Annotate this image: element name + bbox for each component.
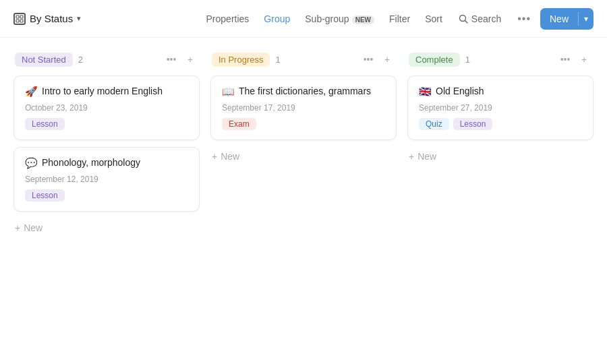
more-options-button[interactable]: •••: [511, 9, 538, 28]
col-add-btn-complete[interactable]: +: [576, 51, 592, 67]
add-new-not-started[interactable]: +New: [13, 220, 200, 236]
tag-quiz: Quiz: [419, 118, 449, 130]
card-title-text: The first dictionaries, grammars: [239, 86, 371, 96]
col-actions-not-started: •••+: [163, 51, 198, 67]
card-card-4[interactable]: 🇬🇧Old EnglishSeptember 27, 2019QuizLesso…: [407, 75, 594, 140]
new-button[interactable]: New: [540, 8, 578, 30]
card-card-2[interactable]: 💬Phonology, morphologySeptember 12, 2019…: [13, 147, 200, 212]
search-button[interactable]: Search: [452, 10, 508, 28]
card-title: 🇬🇧Old English: [419, 86, 582, 98]
tag-exam: Exam: [222, 118, 256, 130]
col-more-btn-complete[interactable]: •••: [557, 51, 573, 67]
col-actions-complete: •••+: [557, 51, 592, 67]
subgroup-badge: NEW: [352, 16, 374, 24]
card-date: September 27, 2019: [419, 103, 582, 113]
plus-icon: +: [15, 222, 20, 233]
toolbar-nav: Properties Group Sub-groupNEW Filter Sor…: [200, 10, 449, 28]
new-btn-chevron-icon[interactable]: ▾: [579, 8, 594, 30]
column-in-progress: In Progress1•••+📖The first dictionaries,…: [210, 51, 397, 364]
tag-lesson: Lesson: [25, 118, 65, 130]
card-tags: Exam: [222, 118, 385, 130]
nav-subgroup[interactable]: Sub-groupNEW: [298, 10, 381, 28]
card-tags: QuizLesson: [419, 118, 582, 130]
col-add-btn-not-started[interactable]: +: [182, 51, 198, 67]
toolbar-left: By Status ▾: [13, 13, 81, 25]
add-new-complete[interactable]: +New: [407, 148, 594, 164]
card-emoji: 💬: [25, 157, 38, 169]
card-title-text: Phonology, morphology: [42, 157, 140, 168]
svg-rect-0: [16, 16, 19, 18]
column-header-not-started: Not Started2•••+: [13, 51, 200, 67]
card-date: October 23, 2019: [25, 103, 188, 113]
add-new-label: New: [417, 151, 436, 162]
card-tags: Lesson: [25, 189, 188, 202]
by-status-label[interactable]: By Status: [30, 13, 73, 24]
card-card-1[interactable]: 🚀Intro to early modern EnglishOctober 23…: [13, 75, 200, 140]
card-date: September 12, 2019: [25, 175, 188, 184]
status-badge-complete: Complete: [409, 53, 460, 67]
tag-lesson: Lesson: [25, 189, 65, 202]
svg-rect-1: [20, 16, 23, 18]
search-icon: [459, 14, 468, 24]
col-add-btn-in-progress[interactable]: +: [379, 51, 395, 67]
card-title-text: Old English: [436, 86, 484, 96]
svg-line-5: [465, 20, 467, 23]
tag-lesson: Lesson: [453, 118, 493, 130]
col-more-btn-in-progress[interactable]: •••: [360, 51, 376, 67]
col-count-complete: 1: [465, 55, 470, 65]
col-more-btn-not-started[interactable]: •••: [163, 51, 179, 67]
card-emoji: 🇬🇧: [419, 86, 432, 98]
add-new-label: New: [24, 222, 42, 233]
plus-icon: +: [212, 151, 217, 162]
board: Not Started2•••+🚀Intro to early modern E…: [0, 38, 607, 364]
card-title: 💬Phonology, morphology: [25, 157, 188, 169]
card-title: 📖The first dictionaries, grammars: [222, 86, 385, 98]
column-header-complete: Complete1•••+: [407, 51, 594, 67]
nav-group[interactable]: Group: [257, 10, 297, 28]
nav-properties[interactable]: Properties: [200, 10, 256, 28]
chevron-down-icon: ▾: [77, 14, 81, 23]
col-count-in-progress: 1: [275, 55, 280, 65]
new-button-group: New ▾: [540, 8, 594, 30]
card-emoji: 📖: [222, 86, 235, 98]
card-card-3[interactable]: 📖The first dictionaries, grammarsSeptemb…: [210, 75, 397, 140]
by-status-icon: [13, 13, 26, 25]
toolbar-right: Search ••• New ▾: [452, 8, 594, 30]
svg-rect-2: [16, 20, 19, 22]
toolbar: By Status ▾ Properties Group Sub-groupNE…: [0, 0, 607, 38]
card-emoji: 🚀: [25, 86, 38, 98]
status-badge-in-progress: In Progress: [212, 53, 270, 67]
column-not-started: Not Started2•••+🚀Intro to early modern E…: [13, 51, 200, 364]
nav-filter[interactable]: Filter: [382, 10, 417, 28]
card-title: 🚀Intro to early modern English: [25, 86, 188, 98]
col-count-not-started: 2: [78, 55, 83, 65]
column-complete: Complete1•••+🇬🇧Old EnglishSeptember 27, …: [407, 51, 594, 364]
status-badge-not-started: Not Started: [15, 53, 73, 67]
plus-icon: +: [409, 151, 414, 162]
card-tags: Lesson: [25, 118, 188, 130]
add-new-label: New: [221, 151, 239, 162]
column-header-in-progress: In Progress1•••+: [210, 51, 397, 67]
col-actions-in-progress: •••+: [360, 51, 395, 67]
card-title-text: Intro to early modern English: [42, 86, 163, 96]
svg-rect-3: [20, 20, 23, 22]
nav-sort[interactable]: Sort: [418, 10, 449, 28]
card-date: September 17, 2019: [222, 103, 385, 113]
add-new-in-progress[interactable]: +New: [210, 148, 397, 164]
